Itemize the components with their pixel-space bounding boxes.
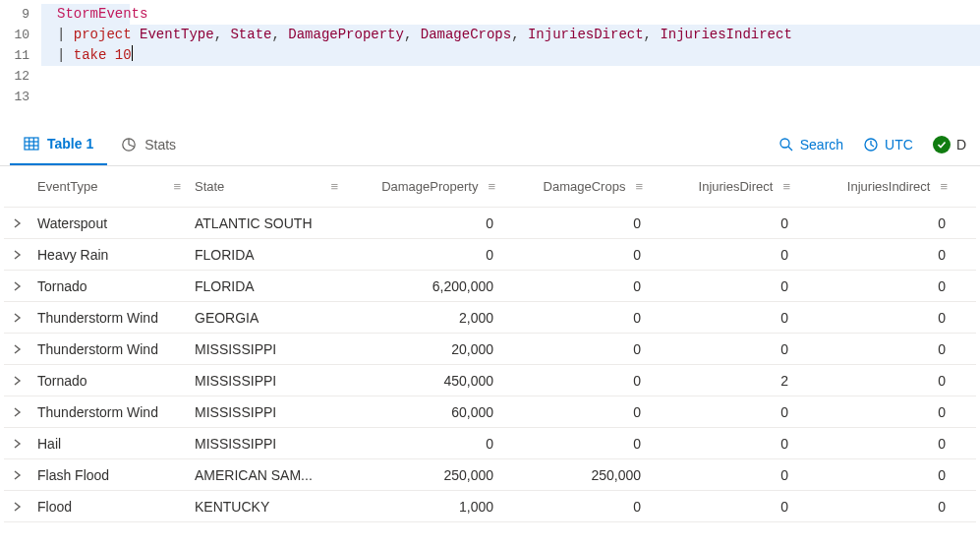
cell: 0 xyxy=(651,436,798,452)
cell: 2,000 xyxy=(346,310,503,326)
cell: 450,000 xyxy=(346,373,503,389)
cell: Waterspout xyxy=(31,215,189,231)
cell: 1,000 xyxy=(346,499,503,515)
column-header[interactable]: EventType≡ xyxy=(31,179,189,194)
column-filter-icon[interactable]: ≡ xyxy=(635,179,643,194)
column-header-label: DamageProperty xyxy=(381,179,478,194)
expand-row-button[interactable] xyxy=(4,439,31,449)
expand-row-button[interactable] xyxy=(4,250,31,260)
cell: Hail xyxy=(31,436,189,452)
cell: 0 xyxy=(651,467,798,483)
table-row[interactable]: HailMISSISSIPPI0000 xyxy=(4,428,976,459)
column-header[interactable]: InjuriesIndirect≡ xyxy=(798,179,955,194)
cell: 0 xyxy=(651,278,798,294)
expand-row-button[interactable] xyxy=(4,407,31,417)
tab-table-label: Table 1 xyxy=(47,136,93,152)
cell: Flash Flood xyxy=(31,467,189,483)
cell: AMERICAN SAM... xyxy=(189,467,346,483)
check-circle-icon xyxy=(933,136,951,153)
code-content[interactable]: StormEvents xyxy=(41,4,980,25)
expand-row-button[interactable] xyxy=(4,281,31,291)
cell: KENTUCKY xyxy=(189,499,346,515)
column-header-label: InjuriesIndirect xyxy=(847,179,931,194)
expand-row-button[interactable] xyxy=(4,502,31,512)
code-line[interactable]: 12 xyxy=(0,66,980,87)
stats-icon xyxy=(121,137,137,152)
code-line[interactable]: 13 xyxy=(0,87,980,107)
expand-row-button[interactable] xyxy=(4,313,31,323)
query-status-label: D xyxy=(956,137,966,152)
cell: 0 xyxy=(798,404,955,420)
column-filter-icon[interactable]: ≡ xyxy=(488,179,495,194)
cell: 0 xyxy=(798,247,955,263)
cell: 0 xyxy=(798,373,955,389)
cell: Tornado xyxy=(31,278,189,294)
table-row[interactable]: Heavy RainFLORIDA0000 xyxy=(4,239,976,271)
line-number: 9 xyxy=(0,4,41,25)
column-header[interactable]: InjuriesDirect≡ xyxy=(651,179,798,194)
column-header[interactable]: DamageProperty≡ xyxy=(346,179,503,194)
cell: MISSISSIPPI xyxy=(189,373,346,389)
column-header-label: InjuriesDirect xyxy=(699,179,774,194)
expand-row-button[interactable] xyxy=(4,470,31,480)
table-row[interactable]: Thunderstorm WindMISSISSIPPI60,000000 xyxy=(4,396,976,428)
cell: 0 xyxy=(798,215,955,231)
column-filter-icon[interactable]: ≡ xyxy=(940,179,948,194)
table-row[interactable]: Flash FloodAMERICAN SAM...250,000250,000… xyxy=(4,459,976,491)
cell: 0 xyxy=(503,404,651,420)
code-line[interactable]: 10| project EventType, State, DamageProp… xyxy=(0,25,980,45)
table-row[interactable]: Thunderstorm WindGEORGIA2,000000 xyxy=(4,302,976,334)
table-row[interactable]: TornadoMISSISSIPPI450,000020 xyxy=(4,365,976,396)
code-content[interactable]: | take 10 xyxy=(41,45,980,66)
column-header[interactable]: DamageCrops≡ xyxy=(503,179,651,194)
code-content[interactable]: | project EventType, State, DamageProper… xyxy=(41,25,980,45)
svg-line-7 xyxy=(788,147,792,151)
table-row[interactable]: WaterspoutATLANTIC SOUTH0000 xyxy=(4,208,976,239)
cell: 0 xyxy=(503,247,651,263)
cell: 0 xyxy=(503,341,651,357)
line-number: 10 xyxy=(0,25,41,45)
cell: 60,000 xyxy=(346,404,503,420)
column-filter-icon[interactable]: ≡ xyxy=(782,179,790,194)
cell: 0 xyxy=(346,215,503,231)
table-row[interactable]: Thunderstorm WindMISSISSIPPI20,000000 xyxy=(4,334,976,365)
cell: FLORIDA xyxy=(189,278,346,294)
search-button[interactable]: Search xyxy=(769,123,853,165)
cell: FLORIDA xyxy=(189,247,346,263)
cell: 0 xyxy=(798,499,955,515)
column-filter-icon[interactable]: ≡ xyxy=(173,179,181,194)
table-row[interactable]: FloodKENTUCKY1,000000 xyxy=(4,491,976,522)
query-status[interactable]: D xyxy=(923,123,970,165)
table-header: EventType≡State≡DamageProperty≡DamageCro… xyxy=(4,166,976,208)
clock-icon xyxy=(863,137,879,152)
column-header-label: EventType xyxy=(37,179,97,194)
code-line[interactable]: 9StormEvents xyxy=(0,4,980,25)
column-filter-icon[interactable]: ≡ xyxy=(330,179,338,194)
cell: 0 xyxy=(346,247,503,263)
cell: 250,000 xyxy=(503,467,651,483)
cell: 0 xyxy=(651,404,798,420)
expand-row-button[interactable] xyxy=(4,218,31,228)
column-header[interactable]: State≡ xyxy=(189,179,346,194)
cell: Thunderstorm Wind xyxy=(31,310,189,326)
cell: Thunderstorm Wind xyxy=(31,341,189,357)
cell: 0 xyxy=(651,215,798,231)
cell: 6,200,000 xyxy=(346,278,503,294)
tab-stats[interactable]: Stats xyxy=(107,123,190,165)
tab-stats-label: Stats xyxy=(144,137,176,152)
timezone-button[interactable]: UTC xyxy=(853,123,923,165)
cell: 0 xyxy=(503,278,651,294)
tab-table[interactable]: Table 1 xyxy=(10,123,107,165)
results-table: EventType≡State≡DamageProperty≡DamageCro… xyxy=(0,166,980,522)
cell: 0 xyxy=(503,499,651,515)
cell: Thunderstorm Wind xyxy=(31,404,189,420)
table-row[interactable]: TornadoFLORIDA6,200,000000 xyxy=(4,271,976,302)
code-line[interactable]: 11| take 10 xyxy=(0,45,980,66)
cell: 0 xyxy=(503,215,651,231)
table-icon xyxy=(24,136,39,152)
cell: 0 xyxy=(651,247,798,263)
query-editor[interactable]: 9StormEvents10| project EventType, State… xyxy=(0,0,980,113)
expand-row-button[interactable] xyxy=(4,376,31,386)
expand-row-button[interactable] xyxy=(4,344,31,354)
cell: 0 xyxy=(503,373,651,389)
